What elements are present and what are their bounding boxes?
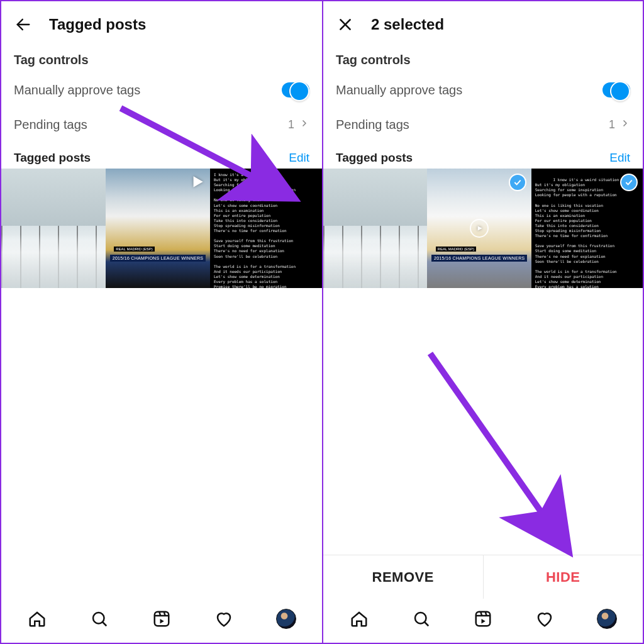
svg-point-10: [415, 613, 426, 624]
svg-rect-3: [155, 612, 169, 626]
tagged-posts-grid: REAL MADRID (ESP) 2015/16 CHAMPIONS LEAG…: [323, 169, 643, 288]
play-icon: [470, 219, 489, 238]
approve-label: Manually approve tags: [14, 83, 140, 97]
stadium-banner: 2015/16 CHAMPIONS LEAGUE WINNERS: [110, 255, 206, 262]
svg-point-1: [93, 613, 104, 624]
back-button[interactable]: [14, 15, 33, 34]
close-button[interactable]: [336, 15, 355, 34]
nav-search[interactable]: [89, 608, 110, 630]
row-approve-tags: Manually approve tags: [1, 72, 322, 108]
tagged-posts-title: Tagged posts: [14, 151, 91, 165]
post-thumb-3[interactable]: I know it's a weird situation But it's m…: [210, 169, 322, 288]
svg-line-2: [103, 622, 106, 626]
play-icon: [189, 174, 205, 190]
approve-label: Manually approve tags: [336, 83, 462, 97]
chevron-right-icon: [620, 118, 630, 131]
chevron-right-icon: [299, 118, 309, 131]
avatar: [597, 609, 617, 629]
nav-activity[interactable]: [213, 608, 235, 630]
pending-label: Pending tags: [14, 118, 87, 132]
tagged-posts-header: Tagged posts Edit: [323, 142, 643, 169]
tagged-posts-grid: REAL MADRID (ESP) 2015/16 CHAMPIONS LEAG…: [1, 169, 322, 288]
post-thumb-2[interactable]: REAL MADRID (ESP) 2015/16 CHAMPIONS LEAG…: [106, 169, 210, 288]
nav-reels[interactable]: [472, 608, 494, 630]
page-title: Tagged posts: [49, 16, 146, 33]
hide-button[interactable]: HIDE: [483, 555, 643, 599]
check-icon: [509, 174, 526, 191]
bottom-nav: [1, 599, 322, 643]
edit-link[interactable]: Edit: [609, 151, 630, 165]
panel-left: Tagged posts Tag controls Manually appro…: [1, 1, 322, 643]
post-thumb-1[interactable]: [323, 169, 427, 288]
approve-toggle[interactable]: [282, 82, 309, 97]
stadium-tag: REAL MADRID (ESP): [114, 247, 154, 252]
action-bar: REMOVE HIDE: [323, 555, 643, 599]
lyrics-text: I know it's a weird situation But it's m…: [535, 177, 621, 288]
check-icon: [620, 174, 638, 191]
post-thumb-1[interactable]: [1, 169, 106, 288]
nav-profile[interactable]: [596, 608, 618, 630]
section-title: Tag controls: [1, 40, 322, 72]
header: Tagged posts: [1, 1, 322, 40]
row-pending-tags[interactable]: Pending tags 1: [323, 108, 643, 142]
header: 2 selected: [323, 1, 643, 40]
nav-reels[interactable]: [151, 608, 172, 630]
stadium-tag: REAL MADRID (ESP): [436, 247, 476, 252]
approve-toggle[interactable]: [602, 82, 630, 97]
pending-count: 1: [609, 118, 615, 131]
page-title: 2 selected: [371, 16, 444, 33]
svg-rect-12: [476, 612, 491, 626]
tagged-posts-title: Tagged posts: [336, 151, 413, 165]
bottom-nav: [323, 599, 643, 643]
panel-right: 2 selected Tag controls Manually approve…: [322, 1, 643, 643]
pending-label: Pending tags: [336, 118, 409, 132]
avatar: [276, 609, 296, 629]
nav-profile[interactable]: [275, 608, 297, 630]
post-thumb-3[interactable]: I know it's a weird situation But it's m…: [531, 169, 643, 288]
section-title: Tag controls: [323, 40, 643, 72]
svg-line-11: [425, 622, 428, 626]
row-approve-tags: Manually approve tags: [323, 72, 643, 108]
edit-link[interactable]: Edit: [289, 151, 309, 165]
nav-activity[interactable]: [534, 608, 555, 630]
post-thumb-2[interactable]: REAL MADRID (ESP) 2015/16 CHAMPIONS LEAG…: [427, 169, 531, 288]
nav-search[interactable]: [411, 608, 432, 630]
nav-home[interactable]: [26, 608, 48, 630]
stadium-banner: 2015/16 CHAMPIONS LEAGUE WINNERS: [431, 255, 527, 262]
remove-button[interactable]: REMOVE: [323, 555, 483, 599]
row-pending-tags[interactable]: Pending tags 1: [1, 108, 322, 142]
tagged-posts-header: Tagged posts Edit: [1, 142, 322, 169]
nav-home[interactable]: [348, 608, 370, 630]
pending-count: 1: [288, 118, 294, 131]
